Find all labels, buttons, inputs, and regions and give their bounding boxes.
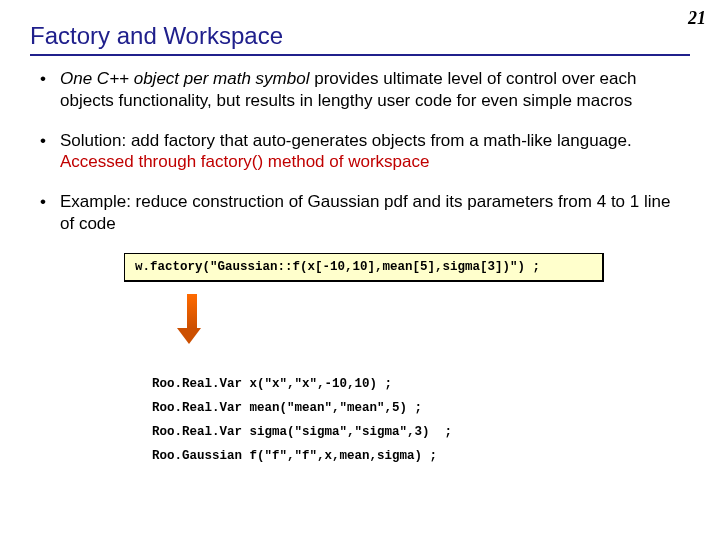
bullet-2-red: Accessed through factory() method of wor… [60,152,429,171]
code-line-4: Roo.Gaussian f("f","f",x,mean,sigma) ; [152,449,437,463]
factory-code-panel: w.factory("Gaussian::f(x[-10,10],mean[5]… [124,253,604,282]
title-block: Factory and Workspace [0,0,720,56]
expanded-code-block: Roo.Real.Var x("x","x",-10,10) ; Roo.Rea… [152,350,684,493]
slide-title: Factory and Workspace [30,22,690,50]
bullet-3: Example: reduce construction of Gaussian… [36,191,684,235]
down-arrow-icon [180,294,204,344]
code-line-2: Roo.Real.Var mean("mean","mean",5) ; [152,401,422,415]
code-line-3: Roo.Real.Var sigma("sigma","sigma",3) ; [152,425,452,439]
bullet-2-lead: Solution: add factory that auto-generate… [60,131,632,150]
content-area: One C++ object per math symbol provides … [0,56,720,492]
bullet-2: Solution: add factory that auto-generate… [36,130,684,174]
page-number: 21 [688,8,706,29]
bullet-list: One C++ object per math symbol provides … [36,68,684,235]
bullet-1-emph: One C++ object per math symbol [60,69,309,88]
code-line-1: Roo.Real.Var x("x","x",-10,10) ; [152,377,392,391]
bullet-1: One C++ object per math symbol provides … [36,68,684,112]
